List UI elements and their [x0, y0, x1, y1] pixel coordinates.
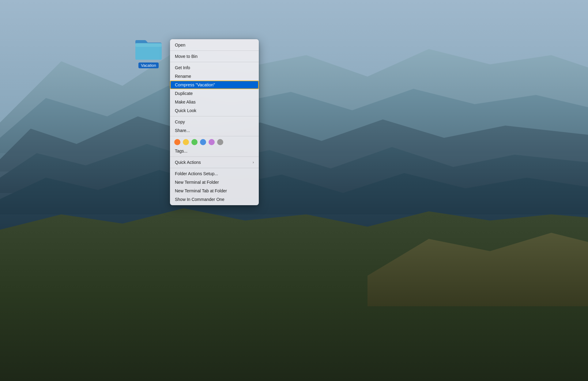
menu-item-get-info[interactable]: Get Info: [170, 63, 259, 72]
menu-item-open-label: Open: [175, 43, 254, 47]
menu-item-new-terminal-label: New Terminal at Folder: [175, 180, 254, 185]
menu-item-tags-label: Tags...: [175, 149, 254, 153]
separator-2: [170, 62, 259, 62]
menu-item-make-alias[interactable]: Make Alias: [170, 98, 259, 106]
menu-item-quick-actions[interactable]: Quick Actions ›: [170, 158, 259, 167]
menu-item-quick-look[interactable]: Quick Look: [170, 106, 259, 115]
menu-item-make-alias-label: Make Alias: [175, 100, 254, 104]
menu-item-share-label: Share...: [175, 128, 254, 133]
green-tag[interactable]: [191, 139, 198, 145]
orange-tag[interactable]: [174, 139, 180, 145]
menu-item-get-info-label: Get Info: [175, 65, 254, 70]
desktop-background: [0, 0, 588, 381]
separator-1: [170, 51, 259, 51]
gray-tag[interactable]: [217, 139, 223, 145]
menu-item-folder-actions[interactable]: Folder Actions Setup...: [170, 169, 259, 178]
menu-item-quick-actions-label: Quick Actions: [175, 160, 253, 165]
menu-item-new-terminal[interactable]: New Terminal at Folder: [170, 178, 259, 187]
menu-item-rename[interactable]: Rename: [170, 72, 259, 81]
menu-item-compress[interactable]: Compress "Vacation": [170, 81, 259, 89]
yellow-tag[interactable]: [183, 139, 189, 145]
menu-item-show-commander-label: Show In Commander One: [175, 197, 254, 202]
menu-item-new-terminal-tab[interactable]: New Terminal Tab at Folder: [170, 187, 259, 195]
separator-5: [170, 157, 259, 157]
folder-item[interactable]: Vacation: [135, 37, 162, 68]
menu-item-copy-label: Copy: [175, 119, 254, 124]
purple-tag[interactable]: [209, 139, 215, 145]
menu-item-rename-label: Rename: [175, 74, 254, 79]
menu-item-tags[interactable]: Tags...: [170, 147, 259, 155]
menu-item-move-to-bin[interactable]: Move to Bin: [170, 52, 259, 61]
menu-item-compress-label: Compress "Vacation": [175, 82, 254, 87]
separator-4: [170, 136, 259, 136]
menu-item-move-to-bin-label: Move to Bin: [175, 54, 254, 59]
context-menu: Open Move to Bin Get Info Rename Compres…: [170, 39, 259, 205]
tags-color-row: [170, 138, 259, 147]
menu-item-folder-actions-label: Folder Actions Setup...: [175, 171, 254, 176]
folder-label: Vacation: [138, 62, 159, 68]
menu-item-share[interactable]: Share...: [170, 126, 259, 135]
svg-rect-3: [135, 43, 162, 47]
menu-item-duplicate-label: Duplicate: [175, 91, 254, 96]
blue-tag[interactable]: [200, 139, 206, 145]
separator-6: [170, 168, 259, 168]
menu-item-copy[interactable]: Copy: [170, 118, 259, 126]
quick-actions-chevron-icon: ›: [253, 160, 254, 164]
menu-item-new-terminal-tab-label: New Terminal Tab at Folder: [175, 188, 254, 193]
menu-item-show-commander[interactable]: Show In Commander One: [170, 195, 259, 204]
menu-item-quick-look-label: Quick Look: [175, 108, 254, 113]
menu-item-duplicate[interactable]: Duplicate: [170, 89, 259, 98]
separator-3: [170, 116, 259, 116]
folder-icon: [135, 37, 162, 61]
menu-item-open[interactable]: Open: [170, 41, 259, 49]
